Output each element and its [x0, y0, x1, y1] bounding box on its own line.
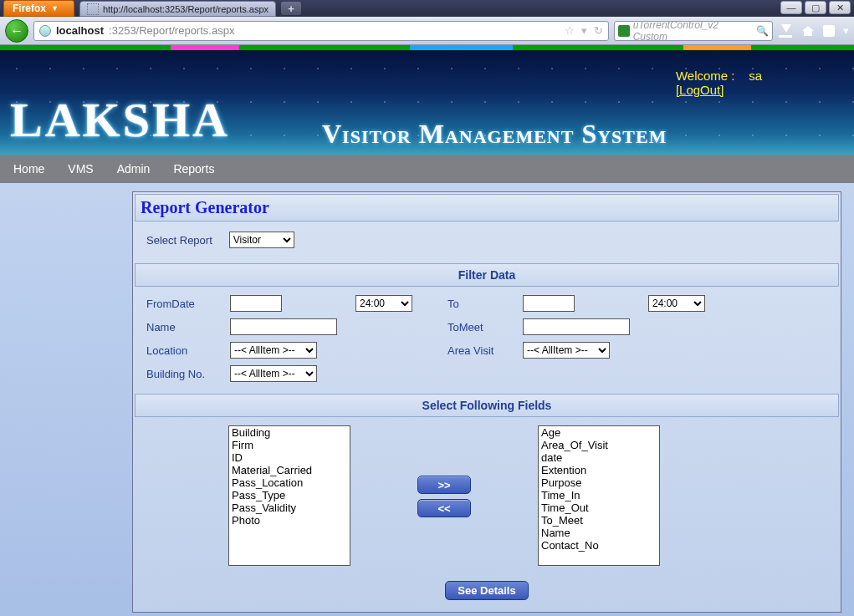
logout-link[interactable]: [LogOut]	[676, 83, 724, 97]
url-path: :3253/Report/reports.aspx	[109, 24, 234, 37]
urlbar-right-icons: ☆ ▾ ↻	[565, 24, 603, 37]
report-panel: Report Generator Select Report Visitor F…	[132, 191, 841, 613]
list-item[interactable]: ID	[229, 451, 350, 464]
available-fields-listbox[interactable]: Building Firm ID Material_Carried Pass_L…	[228, 425, 350, 566]
tomeet-input[interactable]	[523, 318, 630, 335]
list-item[interactable]: Purpose	[539, 476, 659, 489]
toolbar-dropdown-icon[interactable]: ▾	[843, 24, 849, 37]
list-item[interactable]: Time_Out	[539, 501, 659, 514]
browser-toolbar: ← localhost:3253/Report/reports.aspx ☆ ▾…	[0, 17, 854, 45]
list-item[interactable]: Material_Carried	[229, 464, 350, 476]
label-from-date: FromDate	[146, 298, 230, 310]
dual-list: Building Firm ID Material_Carried Pass_L…	[133, 417, 841, 571]
add-field-button[interactable]: >>	[417, 476, 471, 494]
list-item[interactable]: Pass_Location	[229, 476, 350, 489]
page-icon	[87, 3, 99, 15]
select-report-row: Select Report Visitor	[133, 223, 841, 263]
fields-header: Select Following Fields	[135, 394, 839, 417]
welcome-user: sa	[749, 69, 762, 83]
list-item[interactable]: Pass_Validity	[229, 501, 350, 514]
firefox-menu-label: Firefox	[13, 3, 46, 14]
cell-name	[230, 318, 447, 335]
toolbar-icons: ▾	[778, 24, 849, 38]
back-button[interactable]: ←	[5, 19, 28, 43]
url-host: localhost	[56, 24, 104, 37]
panel-title: Report Generator	[135, 194, 839, 221]
nav-reports[interactable]: Reports	[173, 162, 214, 176]
app-banner: LAKSHA Visitor Management System Welcome…	[0, 50, 854, 155]
cell-to-date	[523, 295, 648, 312]
see-details-row: See Details	[133, 571, 841, 600]
new-tab-button[interactable]: +	[281, 2, 301, 15]
cell-area-visit: --< AllItem >--	[523, 342, 715, 359]
label-to: To	[447, 298, 523, 310]
list-item[interactable]: Name	[539, 527, 659, 539]
area-visit-select[interactable]: --< AllItem >--	[523, 342, 610, 359]
brand-logo: LAKSHA	[10, 92, 230, 148]
search-icon[interactable]: 🔍	[756, 25, 769, 37]
bookmark-star-icon[interactable]: ☆	[565, 24, 575, 37]
label-name: Name	[146, 321, 230, 333]
cell-building-no: --< AllItem >--	[230, 365, 447, 382]
reload-icon[interactable]: ↻	[594, 24, 603, 37]
url-bar[interactable]: localhost:3253/Report/reports.aspx ☆ ▾ ↻	[33, 21, 609, 41]
cell-to-time: 24:00	[648, 295, 715, 312]
search-placeholder: uTorrentControl_v2 Custom	[633, 19, 753, 43]
list-item[interactable]: Time_In	[539, 489, 659, 501]
home-icon[interactable]	[801, 24, 815, 38]
from-time-select[interactable]: 24:00	[355, 295, 412, 312]
filter-header: Filter Data	[135, 263, 839, 287]
globe-icon	[39, 25, 51, 37]
list-item[interactable]: Contact_No	[539, 539, 659, 552]
welcome-label: Welcome :	[676, 69, 735, 83]
browser-tab[interactable]: http://localhost:3253/Report/reports.asp…	[79, 1, 276, 17]
label-tomeet: ToMeet	[447, 321, 523, 333]
maximize-button[interactable]: ▢	[805, 1, 826, 14]
transfer-buttons: >> <<	[417, 425, 471, 517]
brand-subtitle: Visitor Management System	[322, 119, 667, 150]
list-item[interactable]: Area_Of_Visit	[539, 439, 659, 451]
window-titlebar: Firefox ▼ http://localhost:3253/Report/r…	[0, 0, 854, 17]
list-item[interactable]: Photo	[229, 514, 350, 527]
remove-field-button[interactable]: <<	[417, 499, 471, 517]
search-bar[interactable]: uTorrentControl_v2 Custom 🔍	[614, 21, 773, 41]
dropdown-icon[interactable]: ▾	[581, 24, 587, 37]
search-engine-icon[interactable]	[618, 25, 630, 37]
list-item[interactable]: Age	[539, 426, 659, 439]
cell-tomeet	[523, 318, 715, 335]
minimize-button[interactable]: —	[780, 1, 802, 14]
filter-grid: FromDate 24:00 To 24:00 Name	[133, 287, 841, 394]
selected-fields-listbox[interactable]: Age Area_Of_Visit date Extention Purpose…	[538, 425, 660, 566]
list-item[interactable]: Firm	[229, 439, 350, 451]
name-input[interactable]	[230, 318, 337, 335]
page-body: Report Generator Select Report Visitor F…	[0, 183, 854, 616]
list-item[interactable]: To_Meet	[539, 514, 659, 527]
label-location: Location	[146, 344, 230, 357]
label-building-no: Building No.	[146, 368, 230, 380]
label-area-visit: Area Visit	[447, 344, 523, 357]
nav-home[interactable]: Home	[13, 162, 44, 176]
downloads-icon[interactable]	[778, 24, 793, 38]
window-controls: — ▢ ✕	[780, 0, 854, 17]
building-no-select[interactable]: --< AllItem >--	[230, 365, 317, 382]
location-select[interactable]: --< AllItem >--	[230, 342, 317, 359]
bookmarks-icon[interactable]	[823, 25, 835, 37]
list-item[interactable]: Building	[229, 426, 350, 439]
to-date-input[interactable]	[523, 295, 575, 312]
close-button[interactable]: ✕	[829, 1, 851, 14]
cell-location: --< AllItem >--	[230, 342, 447, 359]
nav-vms[interactable]: VMS	[68, 162, 93, 176]
see-details-button[interactable]: See Details	[445, 581, 528, 600]
select-report-dropdown[interactable]: Visitor	[229, 232, 294, 248]
to-time-select[interactable]: 24:00	[648, 295, 705, 312]
cell-from-date	[230, 295, 355, 312]
list-item[interactable]: Pass_Type	[229, 489, 350, 501]
cell-from-time: 24:00	[355, 295, 447, 312]
list-item[interactable]: date	[539, 451, 659, 464]
list-item[interactable]: Extention	[539, 464, 659, 476]
nav-admin[interactable]: Admin	[117, 162, 151, 176]
select-report-label: Select Report	[146, 234, 212, 247]
welcome-box: Welcome : sa [LogOut]	[676, 69, 762, 97]
from-date-input[interactable]	[230, 295, 282, 312]
firefox-menu-button[interactable]: Firefox ▼	[3, 0, 74, 17]
